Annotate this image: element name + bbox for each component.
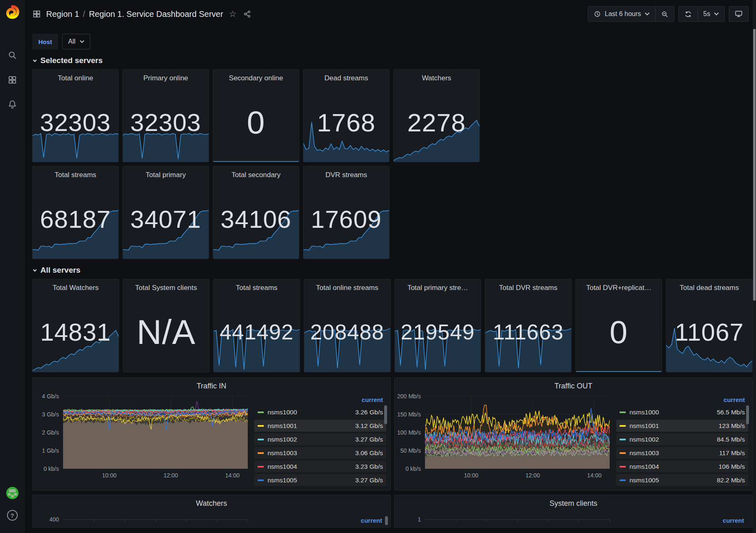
legend-series-name[interactable]: nsms1004	[268, 463, 297, 470]
watchers-panel: Watchers 400 current	[32, 495, 391, 528]
stat-panel-title[interactable]: DVR streams	[303, 166, 389, 179]
favorite-star-icon[interactable]: ☆	[229, 9, 237, 19]
legend-series-name[interactable]: nsms1005	[268, 477, 297, 484]
legend-current-header[interactable]: current	[254, 396, 383, 403]
stat-panel: Total DVR+replicat…0	[575, 279, 662, 372]
tv-mode-button[interactable]	[729, 6, 749, 22]
refresh-interval-picker[interactable]: 5s	[697, 6, 725, 22]
legend-series-name[interactable]: nsms1001	[268, 422, 297, 430]
legend-series-name[interactable]: nsms1000	[268, 409, 297, 416]
legend-series-value: 3.23 Gb/s	[355, 463, 383, 470]
stat-panel-title[interactable]: Total DVR streams	[485, 279, 571, 292]
legend-series-value: 3.26 Gb/s	[355, 409, 383, 416]
stat-panel-title[interactable]: Dead streams	[303, 70, 389, 82]
section-title: Selected servers	[40, 56, 103, 65]
legend-series-name[interactable]: nsms1002	[268, 436, 297, 443]
section-all-servers[interactable]: All servers	[32, 266, 753, 275]
section-title: All servers	[40, 266, 80, 275]
legend-scrollbar[interactable]	[746, 405, 749, 424]
x-axis-tick-label: 10:00	[102, 472, 116, 479]
legend-current-header[interactable]: current	[610, 517, 744, 524]
stat-panel-title[interactable]: Primary online	[123, 70, 209, 82]
zoom-out-button[interactable]	[655, 6, 674, 22]
stat-panel-title[interactable]: Total Watchers	[33, 279, 119, 292]
panel-title[interactable]: Watchers	[37, 499, 386, 508]
breadcrumb-dashboard-title[interactable]: Region 1. Service Dashboard Server	[89, 9, 223, 19]
panel-title[interactable]: System clients	[399, 499, 748, 508]
page-scrollbar-thumb[interactable]	[753, 29, 756, 301]
stat-panel: Total online32303	[32, 69, 119, 162]
panel-title[interactable]: Traffic IN	[37, 382, 386, 390]
grid-tick	[124, 520, 125, 522]
series-color-dash	[258, 439, 264, 440]
legend-current-header[interactable]: current	[616, 396, 745, 403]
time-range-picker[interactable]: Last 6 hours	[588, 6, 655, 22]
stat-panel: Total online streams208488	[304, 279, 391, 372]
breadcrumb-folder[interactable]: Region 1	[46, 9, 79, 19]
traffic-out-plot[interactable]	[425, 396, 610, 469]
legend-series-value: 84.5 Mb/s	[717, 436, 745, 443]
y-axis-label: 1	[399, 516, 425, 524]
stat-panel: Total System clientsN/A	[123, 279, 210, 372]
y-axis-label: 400	[37, 516, 63, 524]
traffic-in-plot[interactable]	[63, 396, 248, 469]
stat-panel-title[interactable]: Secondary online	[213, 70, 299, 82]
share-icon[interactable]	[243, 10, 251, 18]
legend-series-value: 3.06 Gb/s	[355, 449, 383, 457]
stat-panel-title[interactable]: Total streams	[33, 166, 118, 179]
y-axis-tick-label: 1 Gb/s	[42, 447, 59, 454]
legend-row: nsms1004106 Mb/s	[616, 461, 748, 472]
y-axis-tick-label: 4 Gb/s	[42, 393, 59, 400]
grafana-logo-icon[interactable]	[5, 4, 20, 21]
alerting-bell-icon[interactable]	[7, 99, 18, 110]
legend-series-name[interactable]: nsms1000	[629, 409, 659, 416]
stat-panel-title[interactable]: Total DVR+replicat…	[576, 279, 662, 292]
legend-series-name[interactable]: nsms1005	[629, 477, 659, 484]
host-variable-value-dropdown[interactable]: All	[62, 34, 90, 49]
stat-value: 68187	[40, 205, 111, 233]
refresh-controls-group: 5s	[679, 6, 725, 22]
search-icon[interactable]	[7, 50, 18, 61]
refresh-button[interactable]	[679, 6, 698, 22]
stat-panel-title[interactable]: Total online	[33, 70, 118, 82]
help-icon[interactable]: ?	[7, 510, 18, 521]
stat-panel: Total primary34071	[122, 166, 209, 259]
time-range-label: Last 6 hours	[605, 10, 641, 18]
stat-panel-title[interactable]: Total dead streams	[666, 279, 752, 292]
y-axis-tick-label: 0 kb/s	[44, 465, 59, 472]
legend-series-name[interactable]: nsms1003	[629, 449, 659, 457]
user-avatar[interactable]	[6, 487, 19, 499]
panel-title[interactable]: Traffic OUT	[399, 382, 748, 390]
grid-tick	[486, 520, 487, 522]
watchers-plot[interactable]	[63, 519, 248, 528]
legend-scrollbar[interactable]	[384, 405, 387, 424]
stat-panel: Total secondary34106	[213, 166, 299, 259]
legend-series-name[interactable]: nsms1002	[629, 436, 659, 443]
dashboards-icon[interactable]	[7, 75, 18, 85]
legend-row: nsms10033.06 Gb/s	[254, 447, 386, 459]
chevron-down-icon	[32, 58, 38, 63]
legend-series-name[interactable]: nsms1004	[629, 463, 659, 470]
stat-panel-title[interactable]: Total online streams	[304, 279, 390, 292]
legend-row: nsms1001123 Mb/s	[616, 420, 748, 432]
chart-legend: current nsms10003.26 Gb/snsms10013.12 Gb…	[248, 396, 386, 488]
page-scrollbar[interactable]	[753, 0, 756, 533]
stat-panel-title[interactable]: Total streams	[214, 279, 300, 292]
y-axis-tick-label: 2 Gb/s	[42, 429, 59, 436]
stat-panel-title[interactable]: Total primary stre…	[395, 279, 481, 292]
stat-panel-title[interactable]: Total primary	[123, 166, 209, 179]
legend-current-header[interactable]: current	[248, 517, 382, 524]
section-selected-servers[interactable]: Selected servers	[32, 56, 753, 65]
host-variable-label[interactable]: Host	[32, 34, 58, 49]
legend-series-name[interactable]: nsms1001	[629, 422, 659, 430]
stat-panel-title[interactable]: Total System clients	[123, 279, 209, 292]
traffic-panels-row: Traffic IN 4 Gb/s3 Gb/s2 Gb/s1 Gb/s0 kb/…	[32, 377, 753, 491]
legend-scrollbar[interactable]	[385, 516, 388, 525]
legend-series-value: 3.12 Gb/s	[355, 422, 383, 430]
system-clients-plot[interactable]	[425, 519, 610, 528]
legend-series-name[interactable]: nsms1003	[268, 449, 297, 457]
series-color-dash	[620, 439, 626, 440]
series-color-dash	[620, 466, 626, 468]
stat-panel-title[interactable]: Watchers	[394, 70, 479, 82]
stat-panel-title[interactable]: Total secondary	[213, 166, 299, 179]
